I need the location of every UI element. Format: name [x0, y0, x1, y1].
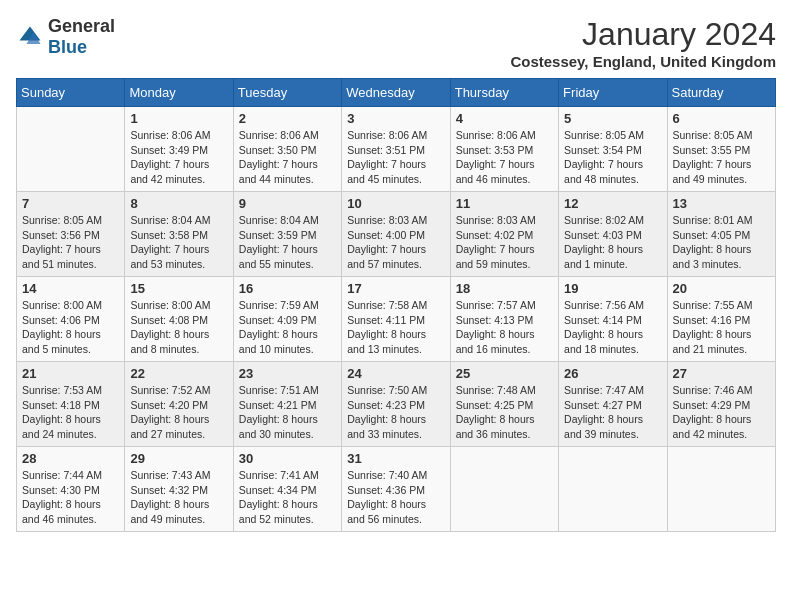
header-row: SundayMondayTuesdayWednesdayThursdayFrid…: [17, 79, 776, 107]
calendar-cell: [17, 107, 125, 192]
sunrise-text: Sunrise: 8:03 AM: [456, 214, 536, 226]
calendar-title: January 2024: [510, 16, 776, 53]
sunrise-text: Sunrise: 8:06 AM: [456, 129, 536, 141]
sunrise-text: Sunrise: 8:04 AM: [130, 214, 210, 226]
sunrise-text: Sunrise: 8:05 AM: [564, 129, 644, 141]
calendar-cell: 26 Sunrise: 7:47 AM Sunset: 4:27 PM Dayl…: [559, 362, 667, 447]
daylight-text: Daylight: 8 hours and 3 minutes.: [673, 243, 752, 270]
calendar-cell: 3 Sunrise: 8:06 AM Sunset: 3:51 PM Dayli…: [342, 107, 450, 192]
sunset-text: Sunset: 4:13 PM: [456, 314, 534, 326]
logo-blue-text: Blue: [48, 37, 87, 57]
sunset-text: Sunset: 3:50 PM: [239, 144, 317, 156]
daylight-text: Daylight: 8 hours and 36 minutes.: [456, 413, 535, 440]
daylight-text: Daylight: 7 hours and 46 minutes.: [456, 158, 535, 185]
day-number: 11: [456, 196, 553, 211]
sunset-text: Sunset: 4:03 PM: [564, 229, 642, 241]
calendar-cell: 5 Sunrise: 8:05 AM Sunset: 3:54 PM Dayli…: [559, 107, 667, 192]
calendar-week-row: 1 Sunrise: 8:06 AM Sunset: 3:49 PM Dayli…: [17, 107, 776, 192]
calendar-cell: 30 Sunrise: 7:41 AM Sunset: 4:34 PM Dayl…: [233, 447, 341, 532]
daylight-text: Daylight: 7 hours and 45 minutes.: [347, 158, 426, 185]
daylight-text: Daylight: 8 hours and 10 minutes.: [239, 328, 318, 355]
daylight-text: Daylight: 8 hours and 5 minutes.: [22, 328, 101, 355]
day-number: 6: [673, 111, 770, 126]
sunset-text: Sunset: 3:53 PM: [456, 144, 534, 156]
daylight-text: Daylight: 8 hours and 56 minutes.: [347, 498, 426, 525]
day-info: Sunrise: 7:56 AM Sunset: 4:14 PM Dayligh…: [564, 298, 661, 357]
calendar-cell: 22 Sunrise: 7:52 AM Sunset: 4:20 PM Dayl…: [125, 362, 233, 447]
sunset-text: Sunset: 3:59 PM: [239, 229, 317, 241]
day-number: 16: [239, 281, 336, 296]
calendar-week-row: 7 Sunrise: 8:05 AM Sunset: 3:56 PM Dayli…: [17, 192, 776, 277]
calendar-cell: 20 Sunrise: 7:55 AM Sunset: 4:16 PM Dayl…: [667, 277, 775, 362]
daylight-text: Daylight: 7 hours and 59 minutes.: [456, 243, 535, 270]
logo-general-text: General: [48, 16, 115, 36]
sunset-text: Sunset: 4:06 PM: [22, 314, 100, 326]
sunset-text: Sunset: 3:55 PM: [673, 144, 751, 156]
day-info: Sunrise: 7:44 AM Sunset: 4:30 PM Dayligh…: [22, 468, 119, 527]
weekday-header: Monday: [125, 79, 233, 107]
title-area: January 2024 Costessey, England, United …: [510, 16, 776, 70]
sunrise-text: Sunrise: 7:50 AM: [347, 384, 427, 396]
day-info: Sunrise: 7:50 AM Sunset: 4:23 PM Dayligh…: [347, 383, 444, 442]
calendar-cell: 21 Sunrise: 7:53 AM Sunset: 4:18 PM Dayl…: [17, 362, 125, 447]
day-info: Sunrise: 8:02 AM Sunset: 4:03 PM Dayligh…: [564, 213, 661, 272]
day-info: Sunrise: 7:47 AM Sunset: 4:27 PM Dayligh…: [564, 383, 661, 442]
calendar-cell: 15 Sunrise: 8:00 AM Sunset: 4:08 PM Dayl…: [125, 277, 233, 362]
day-number: 26: [564, 366, 661, 381]
daylight-text: Daylight: 8 hours and 52 minutes.: [239, 498, 318, 525]
day-number: 2: [239, 111, 336, 126]
day-number: 30: [239, 451, 336, 466]
calendar-cell: 1 Sunrise: 8:06 AM Sunset: 3:49 PM Dayli…: [125, 107, 233, 192]
calendar-week-row: 28 Sunrise: 7:44 AM Sunset: 4:30 PM Dayl…: [17, 447, 776, 532]
daylight-text: Daylight: 8 hours and 16 minutes.: [456, 328, 535, 355]
day-info: Sunrise: 8:06 AM Sunset: 3:49 PM Dayligh…: [130, 128, 227, 187]
logo-icon: [16, 23, 44, 51]
sunrise-text: Sunrise: 8:05 AM: [673, 129, 753, 141]
day-info: Sunrise: 8:01 AM Sunset: 4:05 PM Dayligh…: [673, 213, 770, 272]
day-info: Sunrise: 7:48 AM Sunset: 4:25 PM Dayligh…: [456, 383, 553, 442]
weekday-header: Friday: [559, 79, 667, 107]
page-header: General Blue January 2024 Costessey, Eng…: [16, 16, 776, 70]
sunset-text: Sunset: 4:29 PM: [673, 399, 751, 411]
calendar-cell: 7 Sunrise: 8:05 AM Sunset: 3:56 PM Dayli…: [17, 192, 125, 277]
calendar-cell: 6 Sunrise: 8:05 AM Sunset: 3:55 PM Dayli…: [667, 107, 775, 192]
sunrise-text: Sunrise: 7:41 AM: [239, 469, 319, 481]
sunrise-text: Sunrise: 7:59 AM: [239, 299, 319, 311]
calendar-cell: 18 Sunrise: 7:57 AM Sunset: 4:13 PM Dayl…: [450, 277, 558, 362]
daylight-text: Daylight: 8 hours and 42 minutes.: [673, 413, 752, 440]
calendar-cell: 31 Sunrise: 7:40 AM Sunset: 4:36 PM Dayl…: [342, 447, 450, 532]
sunset-text: Sunset: 4:21 PM: [239, 399, 317, 411]
day-info: Sunrise: 8:04 AM Sunset: 3:58 PM Dayligh…: [130, 213, 227, 272]
calendar-cell: 4 Sunrise: 8:06 AM Sunset: 3:53 PM Dayli…: [450, 107, 558, 192]
day-info: Sunrise: 8:05 AM Sunset: 3:54 PM Dayligh…: [564, 128, 661, 187]
day-number: 5: [564, 111, 661, 126]
daylight-text: Daylight: 7 hours and 51 minutes.: [22, 243, 101, 270]
sunset-text: Sunset: 4:16 PM: [673, 314, 751, 326]
day-info: Sunrise: 7:57 AM Sunset: 4:13 PM Dayligh…: [456, 298, 553, 357]
day-number: 8: [130, 196, 227, 211]
sunrise-text: Sunrise: 7:48 AM: [456, 384, 536, 396]
daylight-text: Daylight: 8 hours and 8 minutes.: [130, 328, 209, 355]
day-info: Sunrise: 8:06 AM Sunset: 3:51 PM Dayligh…: [347, 128, 444, 187]
calendar-cell: 12 Sunrise: 8:02 AM Sunset: 4:03 PM Dayl…: [559, 192, 667, 277]
day-info: Sunrise: 8:03 AM Sunset: 4:00 PM Dayligh…: [347, 213, 444, 272]
sunset-text: Sunset: 3:54 PM: [564, 144, 642, 156]
day-number: 14: [22, 281, 119, 296]
day-info: Sunrise: 7:43 AM Sunset: 4:32 PM Dayligh…: [130, 468, 227, 527]
day-number: 3: [347, 111, 444, 126]
day-info: Sunrise: 8:00 AM Sunset: 4:08 PM Dayligh…: [130, 298, 227, 357]
day-number: 13: [673, 196, 770, 211]
weekday-header: Wednesday: [342, 79, 450, 107]
sunset-text: Sunset: 4:25 PM: [456, 399, 534, 411]
sunrise-text: Sunrise: 7:52 AM: [130, 384, 210, 396]
calendar-table: SundayMondayTuesdayWednesdayThursdayFrid…: [16, 78, 776, 532]
daylight-text: Daylight: 8 hours and 21 minutes.: [673, 328, 752, 355]
daylight-text: Daylight: 8 hours and 13 minutes.: [347, 328, 426, 355]
day-number: 31: [347, 451, 444, 466]
sunrise-text: Sunrise: 7:40 AM: [347, 469, 427, 481]
daylight-text: Daylight: 8 hours and 18 minutes.: [564, 328, 643, 355]
day-info: Sunrise: 7:41 AM Sunset: 4:34 PM Dayligh…: [239, 468, 336, 527]
daylight-text: Daylight: 8 hours and 24 minutes.: [22, 413, 101, 440]
sunrise-text: Sunrise: 7:43 AM: [130, 469, 210, 481]
calendar-cell: 11 Sunrise: 8:03 AM Sunset: 4:02 PM Dayl…: [450, 192, 558, 277]
